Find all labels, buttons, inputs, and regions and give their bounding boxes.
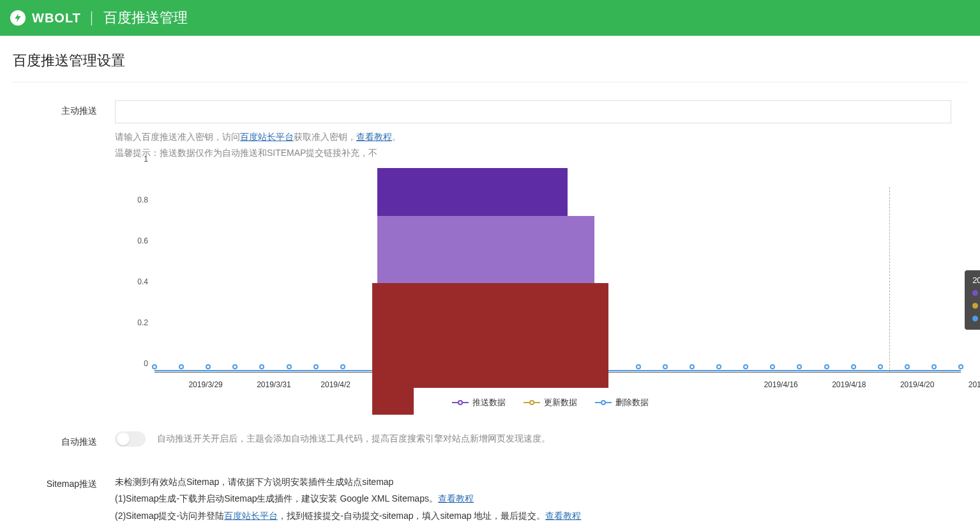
header-divider: │: [89, 12, 96, 25]
sitemap-tutorial1-link[interactable]: 查看教程: [438, 493, 474, 504]
dot-purple-icon: [972, 290, 978, 296]
y-tick: 0.2: [137, 318, 148, 327]
data-point: [287, 364, 292, 369]
dot-blue-icon: [972, 316, 978, 321]
sitemap-tutorial2-link[interactable]: 查看教程: [545, 511, 581, 521]
push-chart[interactable]: 00.20.40.60.81 2019/3/282019/3/292019/3/…: [133, 168, 967, 408]
legend-delete-label: 删除数据: [615, 397, 649, 408]
sitemap-line1: 未检测到有效站点Sitemap，请依据下方说明安装插件生成站点sitemap: [115, 473, 967, 491]
x-tick: 2019/4/20: [900, 380, 934, 389]
sitemap-baidu-link[interactable]: 百度站长平台: [224, 511, 278, 521]
y-tick: 0: [144, 359, 148, 368]
bolt-icon: [10, 10, 26, 26]
chart-legend: 推送数据 更新数据 删除数据: [133, 397, 967, 408]
data-point: [905, 364, 910, 369]
data-point: [743, 364, 748, 369]
baidu-platform-link[interactable]: 百度站长平台: [240, 132, 294, 142]
help-prefix: 请输入百度推送准入密钥，访问: [115, 132, 240, 142]
x-tick: 2019/3/29: [188, 380, 222, 389]
data-point: [313, 364, 319, 369]
data-point: [259, 364, 264, 369]
y-tick: 0.6: [137, 236, 148, 245]
sitemap-line3-pre: (2)Sitemap提交-访问并登陆: [115, 511, 224, 521]
sitemap-line3-mid: ，找到链接提交-自动提交-sitemap，填入sitemap 地址，最后提交。: [278, 511, 545, 521]
overlay-block-red-small: [372, 388, 414, 415]
data-point: [152, 364, 157, 369]
brand-text: WBOLT: [32, 11, 81, 26]
data-point: [931, 364, 937, 369]
y-tick: 0.8: [137, 196, 148, 204]
help-suffix: 。: [392, 132, 401, 142]
auto-push-desc: 自动推送开关开启后，主题会添加自动推送工具代码，提高百度搜索引擎对站点新增网页发…: [157, 433, 550, 443]
auto-push-label: 自动推送: [13, 431, 115, 448]
active-push-help: 请输入百度推送准入密钥，访问百度站长平台获取准入密钥，查看教程。: [115, 130, 967, 145]
help-mid: 获取准入密钥，: [294, 132, 356, 142]
legend-push[interactable]: 推送数据: [452, 397, 506, 408]
legend-update[interactable]: 更新数据: [524, 397, 577, 408]
data-point: [770, 364, 775, 369]
chart-tooltip: 2019/4/16 推送数据: 0 更新数据: 0 删除数据: 0: [965, 270, 980, 330]
active-push-hint: 温馨提示：推送数据仅作为自动推送和SITEMAP提交链接补充，不: [115, 148, 967, 159]
data-point: [716, 364, 721, 369]
y-tick: 0.4: [137, 277, 148, 286]
dot-yellow-icon: [972, 303, 978, 309]
data-point: [636, 364, 641, 369]
view-tutorial-link[interactable]: 查看教程: [356, 132, 392, 142]
legend-push-label: 推送数据: [472, 397, 506, 408]
x-tick: 2019/4/22: [969, 380, 980, 389]
header-subtitle: 百度推送管理: [103, 8, 188, 27]
active-push-input[interactable]: [115, 100, 951, 123]
sitemap-line2-pre: (1)Sitemap生成-下载并启动Sitemap生成插件，建议安装 Googl…: [115, 493, 438, 504]
auto-push-row: 自动推送 自动推送开关开启后，主题会添加自动推送工具代码，提高百度搜索引擎对站点…: [13, 431, 967, 448]
sitemap-line2: (1)Sitemap生成-下载并启动Sitemap生成插件，建议安装 Googl…: [115, 490, 967, 507]
data-point: [663, 364, 668, 369]
data-point: [179, 364, 184, 369]
page-title: 百度推送管理设置: [13, 51, 967, 82]
overlay-block-red: [372, 283, 608, 388]
tooltip-date: 2019/4/16: [972, 275, 980, 285]
data-point: [340, 364, 345, 369]
chart-y-axis: 00.20.40.60.81: [133, 168, 152, 373]
sitemap-label: Sitemap推送: [13, 473, 115, 490]
data-point: [878, 364, 883, 369]
auto-push-toggle[interactable]: [115, 431, 146, 447]
sitemap-row: Sitemap推送 未检测到有效站点Sitemap，请依据下方说明安装插件生成站…: [13, 473, 967, 525]
data-point: [797, 364, 802, 369]
legend-delete[interactable]: 删除数据: [595, 397, 649, 408]
y-tick: 1: [144, 155, 148, 164]
data-point: [958, 364, 963, 369]
tooltip-row-update: 更新数据: 0: [972, 300, 980, 312]
data-point: [824, 364, 829, 369]
chart-guide-line: [889, 187, 890, 373]
x-tick: 2019/4/16: [764, 380, 797, 389]
active-push-label: 主动推送: [13, 100, 115, 117]
x-tick: 2019/3/31: [257, 380, 290, 389]
active-push-row: 主动推送 请输入百度推送准入密钥，访问百度站长平台获取准入密钥，查看教程。 温馨…: [13, 100, 967, 159]
legend-update-label: 更新数据: [544, 397, 577, 408]
tooltip-row-push: 推送数据: 0: [972, 288, 980, 299]
data-point: [232, 364, 237, 369]
sitemap-line3: (2)Sitemap提交-访问并登陆百度站长平台，找到链接提交-自动提交-sit…: [115, 507, 967, 525]
data-point: [690, 364, 695, 369]
x-tick: 2019/4/2: [320, 380, 351, 389]
data-point: [206, 364, 211, 369]
topbar: WBOLT │ 百度推送管理: [0, 0, 980, 36]
tooltip-row-delete: 删除数据: 0: [972, 313, 980, 325]
data-point: [851, 364, 856, 369]
x-tick: 2019/4/18: [832, 380, 866, 389]
